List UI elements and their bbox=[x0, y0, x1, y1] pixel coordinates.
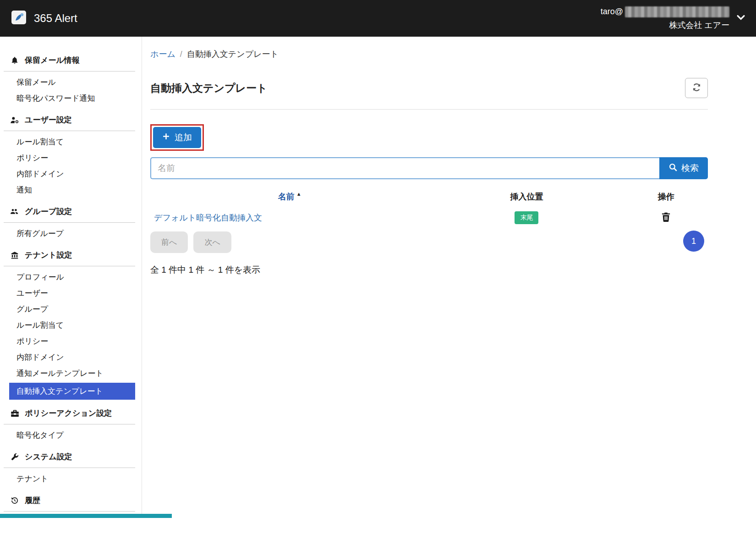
search-bar: 検索 bbox=[150, 157, 708, 179]
search-button[interactable]: 検索 bbox=[659, 157, 708, 179]
add-button-label: 追加 bbox=[175, 132, 192, 143]
position-badge: 末尾 bbox=[515, 211, 538, 224]
sidebar-section-header: 保留メール情報 bbox=[4, 53, 135, 72]
page-number-button[interactable]: 1 bbox=[683, 231, 704, 252]
cell-action bbox=[624, 212, 708, 224]
cell-position: 末尾 bbox=[429, 211, 625, 224]
group-settings-icon bbox=[10, 208, 19, 215]
table-header-name-label: 名前 bbox=[278, 192, 295, 201]
add-button[interactable]: 追加 bbox=[153, 127, 201, 148]
alert-app-logo-icon bbox=[10, 8, 28, 28]
breadcrumb-home-link[interactable]: ホーム bbox=[150, 49, 175, 60]
main-content: ホーム / 自動挿入文テンプレート 自動挿入文テンプレート bbox=[142, 37, 756, 518]
sidebar-item[interactable]: 所有グループ bbox=[0, 226, 142, 242]
sidebar-section-header: 履歴 bbox=[4, 493, 135, 512]
sidebar-item[interactable]: 内部ドメイン bbox=[0, 349, 142, 365]
breadcrumb-current: 自動挿入文テンプレート bbox=[187, 49, 279, 60]
table-row: デフォルト暗号化自動挿入文末尾 bbox=[150, 211, 708, 224]
horizontal-scrollbar-thumb[interactable] bbox=[0, 514, 172, 518]
history-icon bbox=[10, 496, 19, 505]
table-header-action: 操作 bbox=[624, 191, 708, 202]
sidebar-item[interactable]: 保留メール bbox=[0, 74, 142, 90]
table-header-position: 挿入位置 bbox=[429, 191, 625, 202]
sidebar-section-label: ポリシーアクション設定 bbox=[25, 408, 112, 418]
search-button-label: 検索 bbox=[681, 162, 699, 174]
sidebar-item[interactable]: ユーザー bbox=[0, 285, 142, 301]
sidebar-item[interactable]: ポリシー bbox=[0, 333, 142, 349]
sidebar-section-header: グループ設定 bbox=[4, 204, 135, 223]
sidebar-section-label: 履歴 bbox=[25, 495, 40, 506]
sidebar-section-header: ポリシーアクション設定 bbox=[4, 406, 135, 424]
sidebar-item[interactable]: 通知 bbox=[0, 182, 142, 198]
breadcrumb-separator: / bbox=[180, 50, 182, 59]
template-name-link[interactable]: デフォルト暗号化自動挿入文 bbox=[150, 213, 262, 222]
sidebar-item[interactable]: 自動挿入文テンプレート bbox=[9, 383, 135, 400]
toolbox-icon bbox=[10, 409, 19, 418]
add-button-highlight: 追加 bbox=[150, 124, 204, 151]
sidebar-item[interactable]: ポリシー bbox=[0, 150, 142, 166]
sidebar-section-header: ユーザー設定 bbox=[4, 113, 135, 131]
table-body: デフォルト暗号化自動挿入文末尾 bbox=[150, 211, 708, 224]
sort-asc-icon: ▲ bbox=[296, 191, 301, 197]
sidebar-nav: 保留メール情報保留メール暗号化パスワード通知ユーザー設定ルール割当てポリシー内部… bbox=[0, 37, 142, 518]
cell-name: デフォルト暗号化自動挿入文 bbox=[150, 212, 429, 223]
title-divider bbox=[150, 109, 708, 110]
sidebar-section-header: テナント設定 bbox=[4, 248, 135, 266]
sidebar-section-label: グループ設定 bbox=[25, 206, 72, 217]
sidebar-item[interactable]: 通知メールテンプレート bbox=[0, 365, 142, 381]
sidebar-section-label: 保留メール情報 bbox=[25, 55, 80, 66]
app-title: 365 Alert bbox=[34, 12, 77, 25]
sidebar-item[interactable]: 暗号化パスワード通知 bbox=[0, 90, 142, 106]
breadcrumb: ホーム / 自動挿入文テンプレート bbox=[150, 49, 708, 60]
sidebar-item[interactable]: プロフィール bbox=[0, 269, 142, 285]
building-icon bbox=[10, 251, 19, 259]
layout: 保留メール情報保留メール暗号化パスワード通知ユーザー設定ルール割当てポリシー内部… bbox=[0, 37, 756, 518]
chevron-down-icon[interactable] bbox=[736, 12, 746, 24]
title-row: 自動挿入文テンプレート bbox=[150, 78, 708, 98]
account-info: taro@ 株式会社 エアー bbox=[601, 6, 729, 31]
page-title: 自動挿入文テンプレート bbox=[150, 81, 268, 95]
pagination: 前へ 次へ 1 bbox=[150, 231, 708, 253]
app-window: 365 Alert taro@ 株式会社 エアー 保留メール情報保留メール暗号化… bbox=[0, 0, 756, 545]
user-settings-icon bbox=[10, 116, 19, 124]
user-email-prefix: taro@ bbox=[601, 7, 623, 17]
sidebar-section-header: システム設定 bbox=[4, 450, 135, 468]
next-page-button[interactable]: 次へ bbox=[193, 231, 231, 253]
company-name: 株式会社 エアー bbox=[669, 20, 729, 31]
wrench-icon bbox=[10, 453, 19, 461]
sidebar-section-label: ユーザー設定 bbox=[25, 115, 72, 125]
app-brand: 365 Alert bbox=[10, 8, 77, 28]
sidebar-item[interactable]: ルール割当て bbox=[0, 134, 142, 150]
table-header-row: 名前▲ 挿入位置 操作 bbox=[150, 191, 708, 202]
results-summary: 全 1 件中 1 件 ～ 1 件を表示 bbox=[150, 264, 708, 276]
search-icon bbox=[668, 163, 678, 174]
refresh-icon bbox=[692, 83, 701, 94]
table-header-name[interactable]: 名前▲ bbox=[150, 191, 429, 202]
plus-icon bbox=[162, 132, 170, 143]
search-input[interactable] bbox=[150, 157, 659, 179]
sidebar-item[interactable]: テナント bbox=[0, 471, 142, 487]
sidebar-item[interactable]: 暗号化タイプ bbox=[0, 427, 142, 443]
topbar: 365 Alert taro@ 株式会社 エアー bbox=[0, 0, 756, 37]
sidebar-item[interactable]: 内部ドメイン bbox=[0, 166, 142, 182]
trash-icon[interactable] bbox=[661, 212, 671, 224]
sidebar-item[interactable]: グループ bbox=[0, 301, 142, 317]
bell-icon bbox=[10, 56, 19, 65]
refresh-button[interactable] bbox=[685, 78, 708, 98]
account-menu[interactable]: taro@ 株式会社 エアー bbox=[601, 6, 746, 31]
sidebar-section-label: システム設定 bbox=[25, 451, 72, 462]
sidebar-section-label: テナント設定 bbox=[25, 250, 72, 260]
prev-page-button[interactable]: 前へ bbox=[150, 231, 188, 253]
redacted-email bbox=[625, 6, 729, 17]
sidebar-item[interactable]: ルール割当て bbox=[0, 317, 142, 333]
